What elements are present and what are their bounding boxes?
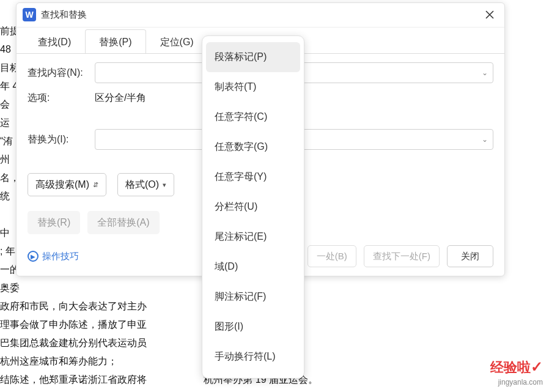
watermark-en: jingyanla.com bbox=[498, 378, 543, 386]
menu-item-endnote-mark[interactable]: 尾注标记(E) bbox=[206, 222, 300, 252]
close-button[interactable]: 关闭 bbox=[447, 245, 493, 267]
menu-item-manual-linebreak[interactable]: 手动换行符(L) bbox=[206, 342, 300, 372]
updown-caret-icon: ⇵ bbox=[93, 181, 98, 189]
format-button[interactable]: 格式(O) ▾ bbox=[117, 173, 174, 196]
caret-down-icon: ▾ bbox=[163, 181, 166, 189]
app-icon: W bbox=[23, 8, 36, 21]
menu-item-graphic[interactable]: 图形(I) bbox=[206, 312, 300, 342]
tips-link[interactable]: ▶ 操作技巧 bbox=[28, 251, 79, 262]
options-label: 选项: bbox=[28, 92, 89, 105]
special-char-menu: 段落标记(P) 制表符(T) 任意字符(C) 任意数字(G) 任意字母(Y) 分… bbox=[202, 35, 304, 379]
dialog-header: W 查找和替换 bbox=[17, 3, 504, 28]
advanced-search-button[interactable]: 高级搜索(M) ⇵ bbox=[28, 173, 106, 196]
menu-item-footnote-mark[interactable]: 脚注标记(F) bbox=[206, 282, 300, 312]
menu-item-any-letter[interactable]: 任意字母(Y) bbox=[206, 162, 300, 192]
find-next-button[interactable]: 查找下一处(F) bbox=[364, 245, 440, 267]
advanced-search-label: 高级搜索(M) bbox=[35, 179, 89, 191]
format-label: 格式(O) bbox=[125, 179, 159, 191]
tab-goto[interactable]: 定位(G) bbox=[146, 29, 208, 54]
check-icon: ✓ bbox=[531, 358, 543, 375]
close-icon[interactable] bbox=[481, 6, 498, 23]
dialog-title: 查找和替换 bbox=[41, 9, 481, 21]
tab-find[interactable]: 查找(D) bbox=[24, 29, 85, 54]
watermark-cn: 经验啦 bbox=[490, 360, 531, 375]
replace-button[interactable]: 替换(R) bbox=[28, 211, 80, 234]
replace-with-label: 替换为(I): bbox=[28, 133, 89, 146]
chevron-down-icon[interactable]: ⌄ bbox=[482, 68, 488, 77]
tab-replace[interactable]: 替换(P) bbox=[85, 29, 146, 54]
play-icon: ▶ bbox=[28, 251, 39, 262]
find-content-label: 查找内容(N): bbox=[28, 67, 89, 80]
watermark: 经验啦✓ jingyanla.com bbox=[490, 358, 543, 387]
options-value: 区分全/半角 bbox=[95, 92, 146, 105]
menu-item-column-break[interactable]: 分栏符(U) bbox=[206, 192, 300, 222]
chevron-down-icon[interactable]: ⌄ bbox=[482, 135, 488, 144]
menu-item-paragraph-mark[interactable]: 段落标记(P) bbox=[206, 42, 300, 72]
find-prev-button[interactable]: 一处(B) bbox=[308, 245, 356, 267]
menu-item-tab[interactable]: 制表符(T) bbox=[206, 72, 300, 102]
menu-item-field[interactable]: 域(D) bbox=[206, 252, 300, 282]
tips-link-label: 操作技巧 bbox=[42, 251, 79, 262]
menu-item-any-digit[interactable]: 任意数字(G) bbox=[206, 132, 300, 162]
replace-all-button[interactable]: 全部替换(A) bbox=[87, 211, 159, 234]
menu-item-any-char[interactable]: 任意字符(C) bbox=[206, 102, 300, 132]
